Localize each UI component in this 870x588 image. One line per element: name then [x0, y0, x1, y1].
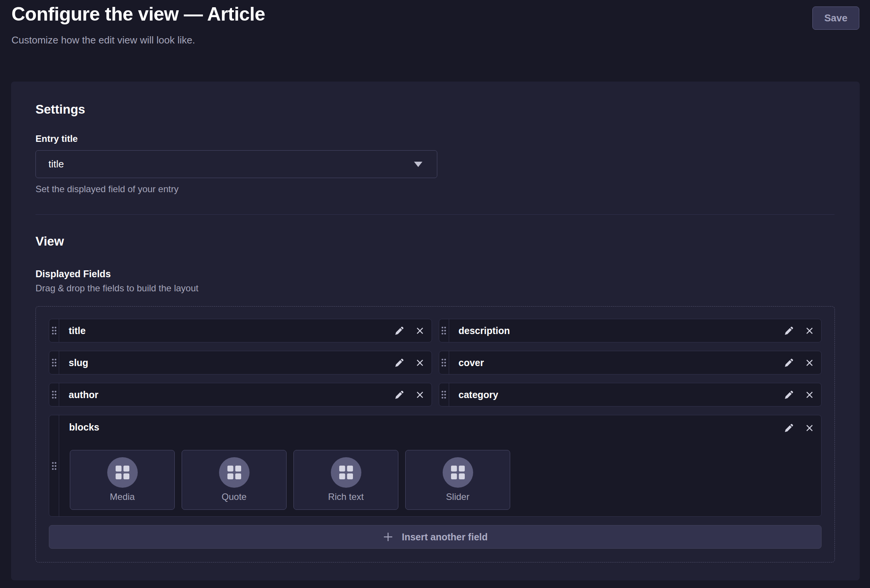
- section-divider: [35, 214, 835, 215]
- remove-field-button[interactable]: [415, 326, 425, 336]
- field-row: cover: [439, 351, 822, 374]
- drag-handle[interactable]: [439, 383, 449, 406]
- field-name-label: description: [459, 325, 510, 336]
- component-grid-icon: [451, 466, 465, 479]
- pencil-icon: [394, 358, 404, 368]
- drag-handle[interactable]: [439, 319, 449, 342]
- displayed-fields-hint: Drag & drop the fields to build the layo…: [35, 283, 198, 294]
- entry-title-hint: Set the displayed field of your entry: [35, 184, 179, 194]
- edit-field-button[interactable]: [394, 326, 404, 336]
- remove-field-button[interactable]: [415, 358, 425, 368]
- chevron-down-icon: [414, 162, 422, 167]
- remove-field-button[interactable]: [805, 390, 814, 400]
- main-panel: Settings Entry title title Set the displ…: [11, 82, 860, 580]
- field-name-label: blocks: [69, 421, 821, 433]
- blocks-content: blocks Media: [59, 415, 821, 516]
- view-heading: View: [35, 234, 64, 249]
- component-grid-icon: [116, 466, 129, 479]
- component-icon-circle: [107, 457, 138, 488]
- component-grid-icon: [227, 466, 241, 479]
- blocks-field-row: blocks Media: [49, 415, 822, 517]
- component-cards: Media Quote Rich text: [70, 450, 821, 510]
- fields-grid: title description slug: [49, 319, 822, 406]
- settings-heading: Settings: [35, 102, 85, 117]
- field-row: slug: [49, 351, 432, 374]
- entry-title-select[interactable]: title: [35, 150, 437, 178]
- plus-icon: [383, 532, 393, 542]
- component-grid-icon: [339, 466, 353, 479]
- remove-field-button[interactable]: [805, 423, 814, 433]
- field-row: title: [49, 319, 432, 342]
- field-row: author: [49, 383, 432, 406]
- pencil-icon: [394, 390, 404, 400]
- remove-field-button[interactable]: [805, 326, 814, 336]
- close-icon: [415, 358, 425, 368]
- edit-field-button[interactable]: [784, 390, 794, 400]
- component-card-media[interactable]: Media: [70, 450, 175, 510]
- edit-field-button[interactable]: [394, 390, 404, 400]
- entry-title-selected-value: title: [48, 158, 64, 170]
- remove-field-button[interactable]: [415, 390, 425, 400]
- component-label: Quote: [222, 492, 246, 502]
- entry-title-label: Entry title: [35, 133, 78, 144]
- insert-another-field-button[interactable]: Insert another field: [49, 525, 822, 549]
- field-row: category: [439, 383, 822, 406]
- drag-handle[interactable]: [49, 415, 59, 516]
- field-row: description: [439, 319, 822, 342]
- displayed-fields-title: Displayed Fields: [35, 268, 111, 280]
- drag-handle[interactable]: [49, 351, 59, 374]
- field-name-label: author: [69, 389, 98, 400]
- close-icon: [415, 326, 425, 336]
- close-icon: [805, 390, 814, 400]
- component-icon-circle: [219, 457, 250, 488]
- fields-dropzone: title description slug: [35, 306, 835, 562]
- component-card-quote[interactable]: Quote: [182, 450, 287, 510]
- field-name-label: title: [69, 325, 85, 336]
- close-icon: [805, 423, 814, 433]
- edit-field-button[interactable]: [784, 358, 794, 368]
- drag-handle[interactable]: [439, 351, 449, 374]
- configure-view-page: Configure the view — Article Customize h…: [0, 0, 870, 588]
- save-button[interactable]: Save: [812, 6, 859, 30]
- pencil-icon: [784, 390, 794, 400]
- component-label: Media: [110, 492, 135, 502]
- close-icon: [415, 390, 425, 400]
- remove-field-button[interactable]: [805, 358, 814, 368]
- pencil-icon: [394, 326, 404, 336]
- component-icon-circle: [331, 457, 361, 488]
- edit-field-button[interactable]: [784, 423, 794, 433]
- insert-another-field-label: Insert another field: [402, 532, 488, 543]
- pencil-icon: [784, 423, 794, 433]
- edit-field-button[interactable]: [394, 358, 404, 368]
- close-icon: [805, 358, 814, 368]
- drag-handle[interactable]: [49, 383, 59, 406]
- component-label: Slider: [446, 492, 469, 502]
- pencil-icon: [784, 326, 794, 336]
- component-card-slider[interactable]: Slider: [405, 450, 510, 510]
- page-subtitle: Customize how the edit view will look li…: [11, 34, 195, 46]
- page-title: Configure the view — Article: [11, 3, 265, 25]
- field-name-label: cover: [459, 357, 484, 368]
- drag-handle[interactable]: [49, 319, 59, 342]
- field-name-label: slug: [69, 357, 88, 368]
- field-name-label: category: [459, 389, 498, 400]
- close-icon: [805, 326, 814, 336]
- edit-field-button[interactable]: [784, 326, 794, 336]
- pencil-icon: [784, 358, 794, 368]
- component-label: Rich text: [328, 492, 364, 502]
- component-icon-circle: [443, 457, 473, 488]
- component-card-rich-text[interactable]: Rich text: [293, 450, 398, 510]
